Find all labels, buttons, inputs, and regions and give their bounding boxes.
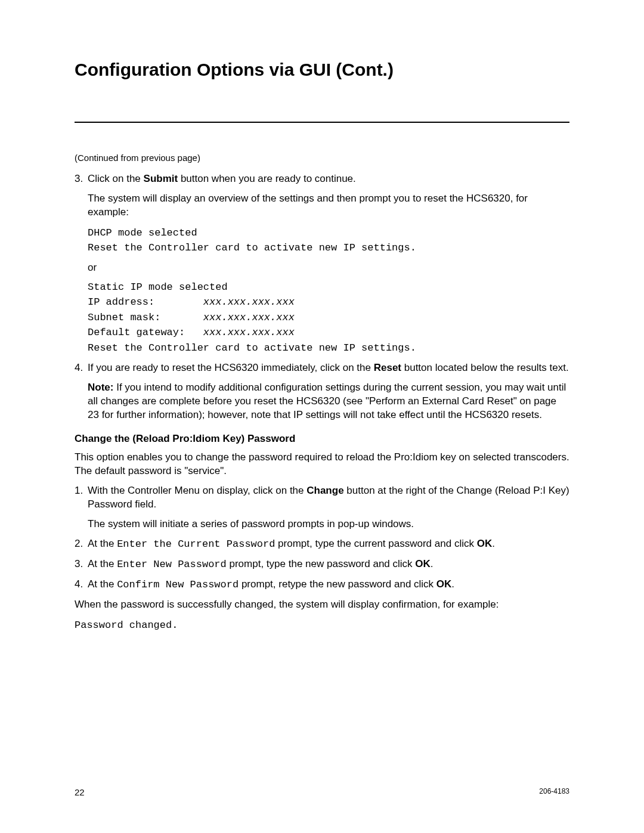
doc-number: 206-4183 <box>539 787 569 797</box>
text: At the <box>88 538 117 549</box>
continued-note: (Continued from previous page) <box>75 153 569 163</box>
prompt-text: Confirm New Password <box>117 579 239 590</box>
text: prompt, retype the new password and clic… <box>239 578 436 590</box>
note: Note: If you intend to modify additional… <box>75 381 569 422</box>
or-separator: or <box>75 262 569 274</box>
text: . <box>451 578 454 590</box>
prompt-text: Enter the Current Password <box>117 538 275 550</box>
pw-step-1: 1. With the Controller Menu on display, … <box>75 484 569 512</box>
text: prompt, type the current password and cl… <box>275 538 476 549</box>
ok-label: OK <box>415 558 431 569</box>
text: button when you are ready to continue. <box>178 173 356 184</box>
dhcp-output: DHCP mode selected Reset the Controller … <box>75 225 569 256</box>
step-number: 1. <box>75 484 83 498</box>
static-output: Static IP mode selected IP address: xxx.… <box>75 280 569 356</box>
step-number: 4. <box>75 361 83 375</box>
step-number: 2. <box>75 537 83 551</box>
text: . <box>492 538 495 549</box>
reset-label: Reset <box>374 362 401 373</box>
subheading: Change the (Reload Pro:Idiom Key) Passwo… <box>75 433 569 445</box>
page-title: Configuration Options via GUI (Cont.) <box>75 60 569 80</box>
pw-step-1-desc: The system will initiate a series of pas… <box>75 518 569 531</box>
text: With the Controller Menu on display, cli… <box>88 485 306 496</box>
text: At the <box>88 558 117 569</box>
step-4: 4. If you are ready to reset the HCS6320… <box>75 361 569 375</box>
text: Click on the <box>88 173 144 184</box>
ok-label: OK <box>436 578 452 590</box>
step-number: 3. <box>75 558 83 571</box>
pw-step-2: 2. At the Enter the Current Password pro… <box>75 537 569 552</box>
pw-intro: This option enables you to change the pa… <box>75 451 569 478</box>
step-number: 4. <box>75 578 83 592</box>
text: . <box>431 558 434 569</box>
step-3-desc: The system will display an overview of t… <box>75 192 569 219</box>
submit-label: Submit <box>144 173 178 184</box>
step-3: 3. Click on the Submit button when you a… <box>75 172 569 186</box>
page-number: 22 <box>75 787 85 797</box>
text: prompt, type the new password and click <box>227 558 416 569</box>
change-label: Change <box>306 485 343 496</box>
ok-label: OK <box>477 538 493 549</box>
text: At the <box>88 578 117 590</box>
pw-step-3: 3. At the Enter New Password prompt, typ… <box>75 558 569 572</box>
step-number: 3. <box>75 172 83 186</box>
note-label: Note: <box>88 382 113 393</box>
pw-changed-output: Password changed. <box>75 618 569 633</box>
text: button located below the results text. <box>401 362 569 373</box>
pw-success: When the password is successfully change… <box>75 598 569 612</box>
note-text: If you intend to modify additional confi… <box>88 382 566 420</box>
text: If you are ready to reset the HCS6320 im… <box>88 362 374 373</box>
divider <box>75 122 569 123</box>
pw-step-4: 4. At the Confirm New Password prompt, r… <box>75 578 569 592</box>
footer: 22 206-4183 <box>75 787 569 797</box>
prompt-text: Enter New Password <box>117 559 227 570</box>
